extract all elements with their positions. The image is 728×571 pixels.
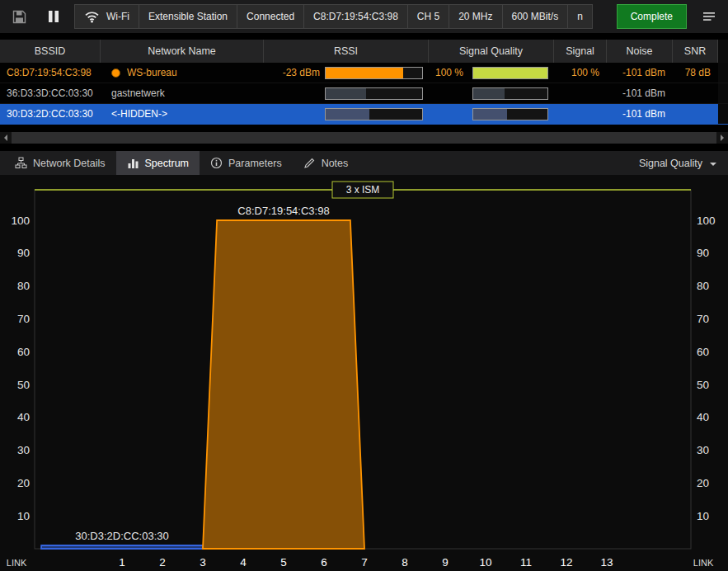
y-axis-tick-left: 90 [17, 247, 30, 259]
column-header-network-name[interactable]: Network Name [101, 40, 264, 63]
spacer [0, 144, 728, 151]
y-axis-tick-right: 50 [697, 379, 709, 391]
network-name-text: <-HIDDEN-> [111, 108, 167, 120]
cell-rssi [264, 83, 429, 103]
spectrum-chart: C8:D7:19:54:C3:9830:D3:2D:CC:03:303 x IS… [0, 175, 728, 571]
notes-icon [303, 157, 316, 169]
signal-quality-bar [472, 108, 548, 120]
chevron-down-icon [710, 163, 716, 166]
x-axis-channel-tick: 8 [402, 556, 408, 569]
column-header-bssid[interactable]: BSSID [0, 40, 101, 63]
y-axis-tick-left: 70 [17, 313, 30, 325]
rssi-text: -23 dBm [283, 67, 320, 78]
x-axis-link-label-left: LINK [7, 558, 27, 568]
tab-label: Network Details [33, 158, 106, 169]
menu-icon [702, 10, 716, 23]
y-axis-tick-right: 80 [697, 280, 709, 292]
x-axis-channel-tick: 12 [560, 556, 572, 569]
pause-button[interactable] [42, 5, 65, 28]
cell-rssi: -23 dBm [264, 63, 429, 83]
horizontal-scrollbar[interactable] [0, 132, 728, 144]
signal-quality-bar [472, 87, 548, 100]
x-axis-channel-tick: 5 [280, 556, 287, 569]
spacer [0, 33, 728, 40]
tab-spectrum[interactable]: Spectrum [116, 151, 200, 175]
cell-noise: -101 dBm [607, 63, 673, 83]
cell-signal-quality [429, 104, 554, 124]
status-segment: Extensible Station [139, 4, 237, 29]
vertical-scrollbar-track [718, 63, 728, 83]
vertical-scrollbar-track [718, 104, 728, 124]
x-axis-channel-tick: 10 [479, 556, 491, 569]
network-status-dot [111, 68, 120, 78]
tab-notes[interactable]: Notes [293, 151, 359, 175]
cell-snr [673, 83, 718, 103]
table-row[interactable]: 30:D3:2D:CC:03:30<-HIDDEN->-101 dBm [0, 104, 728, 125]
network-details-icon [15, 157, 27, 169]
network-table-body: C8:D7:19:54:C3:98WS-bureau-23 dBm100 %10… [0, 63, 728, 125]
y-axis-tick-right: 20 [697, 477, 709, 489]
wifi-adapter-button[interactable]: Wi-Fi [74, 4, 139, 29]
wifi-label: Wi-Fi [106, 11, 129, 22]
scroll-left-icon [4, 134, 7, 141]
pause-icon [47, 9, 60, 24]
menu-button[interactable] [697, 5, 721, 28]
cell-snr [673, 104, 718, 124]
y-axis-tick-right: 100 [697, 215, 716, 227]
cell-signal-quality [429, 83, 554, 103]
x-axis-channel-tick: 6 [321, 556, 327, 569]
cell-bssid: 36:D3:3D:CC:03:30 [0, 83, 101, 103]
scroll-left-button[interactable] [0, 132, 12, 144]
save-button[interactable] [7, 5, 31, 28]
parameters-icon [210, 157, 223, 169]
cell-signal-quality: 100 % [429, 63, 554, 83]
tab-bar-tabs: Network DetailsSpectrumParametersNotes [4, 151, 359, 175]
scroll-right-button[interactable] [716, 132, 728, 144]
vertical-scrollbar-track [718, 83, 728, 103]
scroll-right-icon [721, 134, 724, 141]
y-axis-tick-right: 30 [697, 444, 709, 456]
y-axis-tick-right: 40 [697, 411, 709, 423]
scrollbar-corner [718, 40, 728, 63]
rssi-bar [325, 108, 423, 120]
wifi-icon [84, 11, 100, 23]
tab-label: Notes [322, 158, 349, 169]
tab-network-details[interactable]: Network Details [4, 151, 116, 175]
table-row[interactable]: 36:D3:3D:CC:03:30gastnetwerk-101 dBm [0, 83, 728, 104]
column-header-rssi[interactable]: RSSI [264, 40, 429, 63]
cell-network-name: <-HIDDEN-> [101, 104, 264, 124]
scan-complete-button[interactable]: Complete [617, 4, 687, 29]
rssi-bar [325, 67, 423, 79]
network-signal-area [41, 545, 203, 549]
spacer [0, 125, 728, 132]
horizontal-scrollbar-thumb[interactable] [12, 132, 716, 144]
metric-dropdown-value: Signal Quality [639, 158, 702, 169]
y-axis-tick-left: 20 [17, 477, 30, 489]
network-label: 30:D3:2D:CC:03:30 [75, 530, 168, 542]
toolbar: Wi-Fi Extensible StationConnectedC8:D7:1… [0, 0, 728, 33]
metric-dropdown[interactable]: Signal Quality [627, 151, 728, 175]
cell-bssid: C8:D7:19:54:C3:98 [0, 63, 101, 83]
y-axis-tick-left: 60 [17, 346, 30, 358]
y-axis-tick-left: 10 [17, 510, 30, 522]
x-axis-channel-tick: 9 [442, 556, 449, 569]
column-header-noise[interactable]: Noise [607, 40, 673, 63]
column-header-snr[interactable]: SNR [673, 40, 718, 63]
x-axis-channel-tick: 1 [119, 556, 125, 569]
y-axis-tick-left: 100 [11, 215, 30, 227]
y-axis-tick-right: 90 [697, 247, 709, 259]
column-header-signal-quality[interactable]: Signal Quality [429, 40, 554, 63]
tab-bar: Network DetailsSpectrumParametersNotes S… [0, 151, 728, 175]
spectrum-icon [127, 157, 139, 169]
status-segment: 600 MBit/s [502, 4, 569, 29]
x-axis-channel-tick: 7 [361, 556, 368, 569]
quality-text: 100 % [435, 67, 463, 78]
y-axis-tick-left: 40 [17, 411, 30, 423]
tab-parameters[interactable]: Parameters [200, 151, 293, 175]
column-header-signal[interactable]: Signal [554, 40, 607, 63]
network-signal-area [203, 220, 364, 549]
table-row[interactable]: C8:D7:19:54:C3:98WS-bureau-23 dBm100 %10… [0, 63, 728, 83]
cell-signal: 100 % [554, 63, 607, 83]
x-axis-channel-tick: 2 [159, 556, 166, 569]
save-icon [12, 9, 27, 25]
